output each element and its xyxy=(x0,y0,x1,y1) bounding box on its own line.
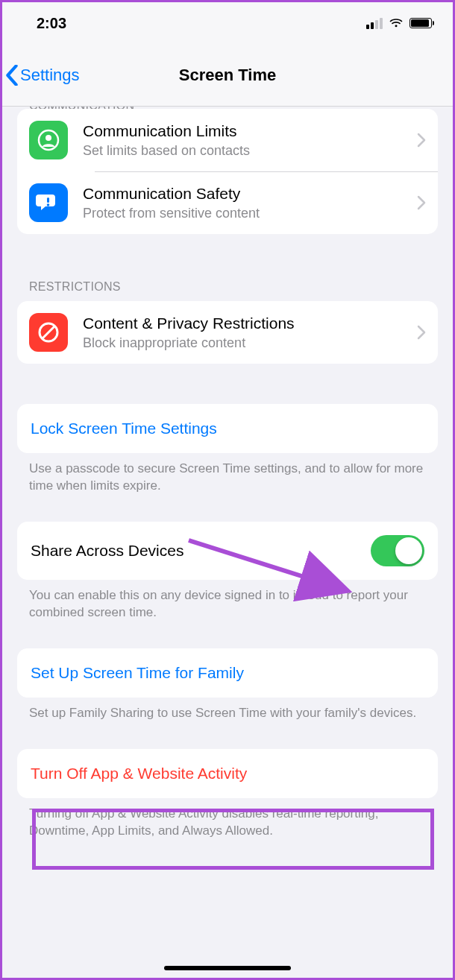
row-communication-limits[interactable]: Communication Limits Set limits based on… xyxy=(17,109,438,171)
group-lock: Lock Screen Time Settings xyxy=(17,404,438,453)
group-communication: Communication Limits Set limits based on… xyxy=(17,109,438,234)
row-lock-settings[interactable]: Lock Screen Time Settings xyxy=(17,404,438,453)
home-indicator xyxy=(164,966,291,970)
chevron-left-icon xyxy=(5,65,19,86)
svg-point-4 xyxy=(47,203,50,206)
row-setup-family[interactable]: Set Up Screen Time for Family xyxy=(17,648,438,698)
row-title: Turn Off App & Website Activity xyxy=(31,764,247,783)
status-bar: 2:03 xyxy=(2,2,453,44)
footer-share: You can enable this on any device signed… xyxy=(2,580,453,622)
svg-rect-3 xyxy=(47,197,49,203)
contacts-icon xyxy=(29,121,68,159)
page-title: Screen Time xyxy=(179,66,276,85)
row-title: Set Up Screen Time for Family xyxy=(31,663,244,683)
svg-line-6 xyxy=(43,326,54,338)
wifi-icon xyxy=(389,16,404,31)
row-title: Content & Privacy Restrictions xyxy=(83,314,411,333)
row-communication-safety[interactable]: Communication Safety Protect from sensit… xyxy=(17,171,438,234)
row-subtitle: Set limits based on contacts xyxy=(83,142,411,159)
row-subtitle: Block inappropriate content xyxy=(83,335,411,352)
back-label: Settings xyxy=(20,66,80,85)
cellular-icon xyxy=(366,17,383,29)
svg-point-0 xyxy=(395,25,398,27)
svg-point-2 xyxy=(46,135,51,141)
status-time: 2:03 xyxy=(37,15,66,32)
row-subtitle: Protect from sensitive content xyxy=(83,205,411,222)
safety-icon xyxy=(29,183,68,222)
row-content-privacy[interactable]: Content & Privacy Restrictions Block ina… xyxy=(17,301,438,364)
chevron-right-icon xyxy=(417,325,426,340)
navigation-bar: Settings Screen Time xyxy=(2,44,453,107)
battery-icon xyxy=(410,18,432,28)
chevron-right-icon xyxy=(417,195,426,210)
restrictions-icon xyxy=(29,313,68,352)
chevron-right-icon xyxy=(417,133,426,148)
row-title: Lock Screen Time Settings xyxy=(31,419,217,438)
group-restrictions: Content & Privacy Restrictions Block ina… xyxy=(17,301,438,364)
row-title: Communication Limits xyxy=(83,121,411,141)
row-title: Communication Safety xyxy=(83,184,411,203)
footer-family: Set up Family Sharing to use Screen Time… xyxy=(2,698,453,722)
status-icons xyxy=(366,16,432,31)
footer-lock: Use a passcode to secure Screen Time set… xyxy=(2,453,453,495)
group-share: Share Across Devices xyxy=(17,522,438,580)
footer-turn-off: Turning off App & Website Activity disab… xyxy=(2,798,453,840)
group-family: Set Up Screen Time for Family xyxy=(17,648,438,698)
share-toggle[interactable] xyxy=(371,535,424,566)
back-button[interactable]: Settings xyxy=(5,65,80,86)
row-title: Share Across Devices xyxy=(31,541,371,560)
section-header-restrictions: RESTRICTIONS xyxy=(2,274,453,301)
row-turn-off-activity[interactable]: Turn Off App & Website Activity xyxy=(17,749,438,798)
group-turn-off: Turn Off App & Website Activity xyxy=(17,749,438,798)
row-share-across-devices[interactable]: Share Across Devices xyxy=(17,522,438,580)
content: COMMUNICATION Communication Limits Set l… xyxy=(2,99,453,840)
